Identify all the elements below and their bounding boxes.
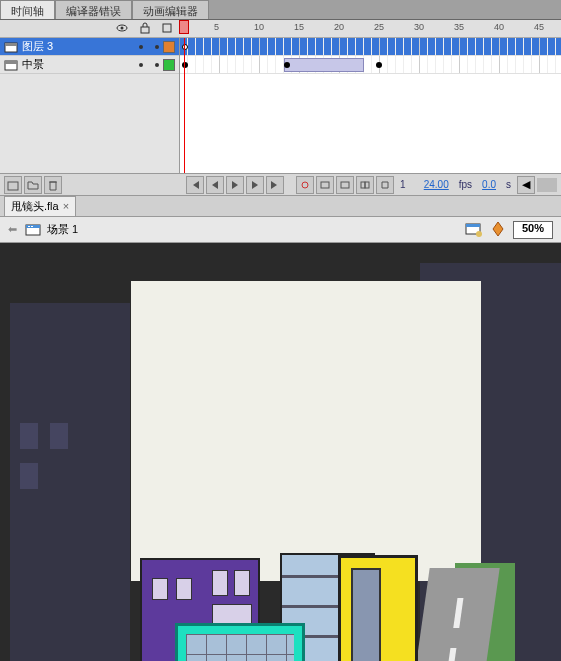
tab-timeline[interactable]: 时间轴 [0,0,55,19]
tab-motion-editor[interactable]: 动画编辑器 [132,0,209,19]
scene-name[interactable]: 场景 1 [47,222,465,237]
modify-markers-button[interactable] [376,176,394,194]
yellow-building [338,555,418,661]
svg-rect-7 [5,61,17,64]
ruler-tick: 40 [494,22,504,32]
document-tab-label: 甩镜头.fla [11,199,59,214]
eye-icon[interactable] [116,22,128,36]
back-arrow-icon[interactable]: ⬅ [8,223,17,236]
scene-tools: 50% [465,220,553,240]
scene-icon [25,222,41,238]
step-back-button[interactable] [206,176,224,194]
teal-building [175,623,305,661]
edit-scene-icon[interactable] [465,220,483,240]
tab-compiler-errors[interactable]: 编译器错误 [55,0,132,19]
frame-ruler[interactable]: 1 5 10 15 20 25 30 35 40 45 [180,20,561,37]
ruler-tick: 10 [254,22,264,32]
timeline-footer: 1 24.00 fps 0.0 s ◀ [0,173,561,195]
ruler-tick: 45 [534,22,544,32]
keyframe-icon[interactable] [182,62,188,68]
outline-icon[interactable] [162,23,172,35]
svg-rect-12 [361,182,365,188]
loop-button[interactable] [296,176,314,194]
svg-point-9 [302,182,308,188]
ruler-tick: 30 [414,22,424,32]
ruler-tick: 5 [214,22,219,32]
play-button[interactable] [226,176,244,194]
visibility-dot[interactable] [139,45,143,49]
svg-rect-17 [31,226,33,227]
playhead[interactable] [184,38,185,173]
timeline-header: 1 5 10 15 20 25 30 35 40 45 [0,20,561,38]
layers-column: 图层 3 中景 [0,38,180,173]
svg-point-20 [476,231,482,237]
lock-dot[interactable] [155,63,159,67]
time-value: 0.0 [478,179,500,190]
layer-color-swatch[interactable] [163,59,175,71]
scroll-left-button[interactable]: ◀ [517,176,535,194]
timeline-body: 图层 3 中景 [0,38,561,173]
fps-value[interactable]: 24.00 [420,179,453,190]
current-frame-value[interactable]: 1 [396,179,410,190]
goto-last-button[interactable] [266,176,284,194]
onion-outline-button[interactable] [336,176,354,194]
stage-area[interactable] [0,243,561,661]
svg-rect-16 [28,226,30,227]
layer-name: 图层 3 [22,39,139,54]
ruler-tick: 35 [454,22,464,32]
onion-skin-button[interactable] [316,176,334,194]
tween-span[interactable] [284,58,364,72]
layer-visibility-dots [139,63,159,67]
keyframe-icon[interactable] [182,44,188,50]
delete-layer-button[interactable] [44,176,62,194]
time-unit: s [502,179,515,190]
frames-column[interactable] [180,38,561,173]
layer-color-swatch[interactable] [163,41,175,53]
scene-bar: ⬅ 场景 1 50% [0,217,561,243]
layer-column-controls [0,20,180,37]
new-layer-button[interactable] [4,176,22,194]
layer-icon [4,58,18,72]
svg-rect-11 [341,182,349,188]
layer-name: 中景 [22,57,139,72]
svg-point-1 [121,26,124,29]
svg-rect-5 [5,43,17,46]
document-tabs: 甩镜头.fla × [0,195,561,217]
ruler-tick: 25 [374,22,384,32]
layer-row[interactable]: 图层 3 [0,38,179,56]
keyframe-icon[interactable] [284,62,290,68]
playhead-marker-icon[interactable] [179,20,189,34]
scrollbar[interactable] [537,178,557,192]
layer-icon [4,40,18,54]
edit-symbol-icon[interactable] [489,220,507,240]
edit-multiple-button[interactable] [356,176,374,194]
svg-rect-8 [8,182,18,190]
svg-rect-3 [163,24,171,32]
lock-dot[interactable] [155,45,159,49]
keyframe-icon[interactable] [376,62,382,68]
ruler-tick: 20 [334,22,344,32]
fps-label: fps [455,179,476,190]
new-folder-button[interactable] [24,176,42,194]
layer-row[interactable]: 中景 [0,56,179,74]
svg-rect-19 [466,224,480,227]
svg-rect-10 [321,182,329,188]
close-icon[interactable]: × [63,200,69,212]
zoom-field[interactable]: 50% [513,221,553,239]
background-building [10,303,130,661]
timeline-panel: 1 5 10 15 20 25 30 35 40 45 图层 3 [0,20,561,195]
visibility-dot[interactable] [139,63,143,67]
svg-rect-2 [141,27,149,33]
step-forward-button[interactable] [246,176,264,194]
panel-tabs: 时间轴 编译器错误 动画编辑器 [0,0,561,20]
ruler-tick: 15 [294,22,304,32]
layer-visibility-dots [139,45,159,49]
document-tab[interactable]: 甩镜头.fla × [4,196,76,217]
frame-row[interactable] [180,56,561,74]
stage-canvas[interactable] [131,281,481,581]
goto-first-button[interactable] [186,176,204,194]
svg-rect-13 [365,182,369,188]
frame-row[interactable] [180,38,561,56]
lock-icon[interactable] [140,22,150,36]
